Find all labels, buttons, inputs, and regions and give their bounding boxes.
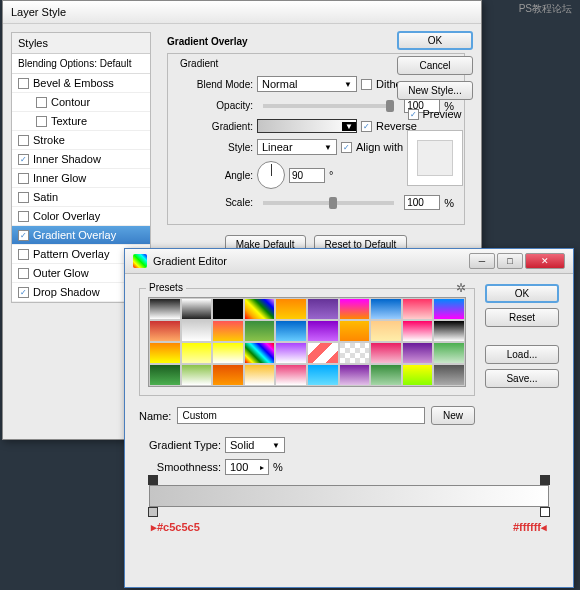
- style-checkbox[interactable]: [18, 78, 29, 89]
- gradient-bar[interactable]: [149, 485, 549, 507]
- opacity-stop-right[interactable]: [540, 475, 550, 485]
- preset-swatch[interactable]: [181, 364, 213, 386]
- style-item-stroke[interactable]: Stroke: [12, 131, 150, 150]
- preset-swatch[interactable]: [433, 298, 465, 320]
- preset-swatch[interactable]: [212, 298, 244, 320]
- align-checkbox[interactable]: ✓: [341, 142, 352, 153]
- scale-slider[interactable]: [263, 201, 394, 205]
- ge-load-button[interactable]: Load...: [485, 345, 559, 364]
- dither-checkbox[interactable]: [361, 79, 372, 90]
- preset-swatch[interactable]: [370, 342, 402, 364]
- cancel-button[interactable]: Cancel: [397, 56, 473, 75]
- style-checkbox[interactable]: [18, 173, 29, 184]
- preset-swatch[interactable]: [307, 342, 339, 364]
- style-item-satin[interactable]: Satin: [12, 188, 150, 207]
- preset-swatch[interactable]: [433, 320, 465, 342]
- new-gradient-button[interactable]: New: [431, 406, 475, 425]
- angle-input[interactable]: [289, 168, 325, 183]
- preset-swatch[interactable]: [149, 364, 181, 386]
- close-button[interactable]: ✕: [525, 253, 565, 269]
- style-item-contour[interactable]: Contour: [12, 93, 150, 112]
- style-checkbox[interactable]: [36, 97, 47, 108]
- preset-swatch[interactable]: [339, 298, 371, 320]
- preset-swatch[interactable]: [181, 298, 213, 320]
- blend-mode-label: Blend Mode:: [178, 79, 253, 90]
- new-style-button[interactable]: New Style...: [397, 81, 473, 100]
- preset-swatch[interactable]: [244, 364, 276, 386]
- reverse-checkbox[interactable]: ✓: [361, 121, 372, 132]
- maximize-button[interactable]: □: [497, 253, 523, 269]
- color-stop-left[interactable]: [148, 507, 158, 517]
- style-checkbox[interactable]: [18, 268, 29, 279]
- scale-input[interactable]: [404, 195, 440, 210]
- preset-swatch[interactable]: [433, 342, 465, 364]
- preset-swatch[interactable]: [402, 320, 434, 342]
- angle-label: Angle:: [178, 170, 253, 181]
- preset-swatch[interactable]: [339, 364, 371, 386]
- gradient-name-input[interactable]: [177, 407, 425, 424]
- style-item-inner-glow[interactable]: Inner Glow: [12, 169, 150, 188]
- style-checkbox[interactable]: ✓: [18, 154, 29, 165]
- preset-swatch[interactable]: [244, 320, 276, 342]
- style-item-color-overlay[interactable]: Color Overlay: [12, 207, 150, 226]
- opacity-slider[interactable]: [263, 104, 394, 108]
- preview-checkbox[interactable]: ✓: [408, 109, 419, 120]
- preset-swatch[interactable]: [339, 320, 371, 342]
- style-checkbox[interactable]: ✓: [18, 230, 29, 241]
- style-item-texture[interactable]: Texture: [12, 112, 150, 131]
- smoothness-input[interactable]: 100▸: [225, 459, 269, 475]
- opacity-stop-left[interactable]: [148, 475, 158, 485]
- preset-swatch[interactable]: [212, 364, 244, 386]
- style-item-bevel-emboss[interactable]: Bevel & Emboss: [12, 74, 150, 93]
- preset-swatch[interactable]: [275, 342, 307, 364]
- color-stop-right[interactable]: [540, 507, 550, 517]
- gradient-type-select[interactable]: Solid▼: [225, 437, 285, 453]
- gradient-preview[interactable]: ▼: [257, 119, 357, 133]
- preset-swatch[interactable]: [275, 320, 307, 342]
- preset-swatch[interactable]: [402, 298, 434, 320]
- preset-swatch[interactable]: [339, 342, 371, 364]
- style-item-gradient-overlay[interactable]: ✓Gradient Overlay: [12, 226, 150, 245]
- preset-swatch[interactable]: [370, 364, 402, 386]
- styles-header[interactable]: Styles: [12, 33, 150, 54]
- preset-swatch[interactable]: [307, 298, 339, 320]
- preset-swatch[interactable]: [212, 342, 244, 364]
- preset-swatch[interactable]: [244, 342, 276, 364]
- preset-swatch[interactable]: [212, 320, 244, 342]
- preset-swatch[interactable]: [275, 364, 307, 386]
- style-checkbox[interactable]: ✓: [18, 287, 29, 298]
- preset-swatch[interactable]: [181, 320, 213, 342]
- style-checkbox[interactable]: [18, 249, 29, 260]
- preset-swatch[interactable]: [307, 364, 339, 386]
- preset-swatch[interactable]: [433, 364, 465, 386]
- ok-button[interactable]: OK: [397, 31, 473, 50]
- preset-swatch[interactable]: [307, 320, 339, 342]
- ge-ok-button[interactable]: OK: [485, 284, 559, 303]
- preset-swatch[interactable]: [275, 298, 307, 320]
- preset-swatch[interactable]: [402, 364, 434, 386]
- preset-swatch[interactable]: [402, 342, 434, 364]
- style-item-inner-shadow[interactable]: ✓Inner Shadow: [12, 150, 150, 169]
- angle-dial[interactable]: [257, 161, 285, 189]
- percent-label-2: %: [444, 197, 454, 209]
- preset-swatch[interactable]: [370, 298, 402, 320]
- style-select[interactable]: Linear▼: [257, 139, 337, 155]
- preset-swatch[interactable]: [370, 320, 402, 342]
- ge-save-button[interactable]: Save...: [485, 369, 559, 388]
- gradient-type-label: Gradient Type:: [139, 439, 221, 451]
- preset-swatch[interactable]: [149, 320, 181, 342]
- minimize-button[interactable]: ─: [469, 253, 495, 269]
- style-checkbox[interactable]: [36, 116, 47, 127]
- style-checkbox[interactable]: [18, 135, 29, 146]
- preset-swatch[interactable]: [149, 298, 181, 320]
- style-checkbox[interactable]: [18, 192, 29, 203]
- blending-options-item[interactable]: Blending Options: Default: [12, 54, 150, 74]
- ge-reset-button[interactable]: Reset: [485, 308, 559, 327]
- blend-mode-select[interactable]: Normal▼: [257, 76, 357, 92]
- hex-left: ▸#c5c5c5: [151, 521, 200, 534]
- presets-menu-icon[interactable]: ✲: [456, 281, 466, 295]
- preset-swatch[interactable]: [244, 298, 276, 320]
- preset-swatch[interactable]: [149, 342, 181, 364]
- style-checkbox[interactable]: [18, 211, 29, 222]
- preset-swatch[interactable]: [181, 342, 213, 364]
